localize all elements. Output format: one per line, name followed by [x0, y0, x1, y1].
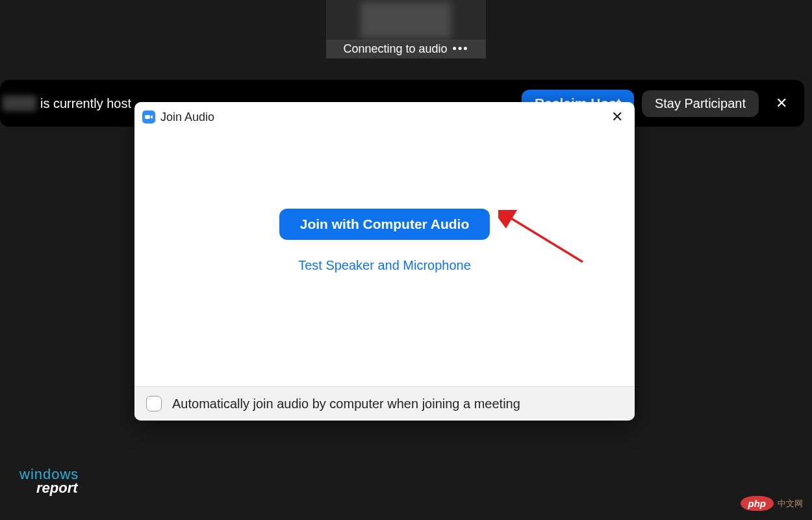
- auto-join-audio-checkbox[interactable]: [146, 396, 162, 411]
- php-watermark: php 中文网: [741, 496, 804, 511]
- dialog-titlebar: Join Audio ✕: [134, 102, 635, 132]
- test-speaker-microphone-link[interactable]: Test Speaker and Microphone: [298, 258, 471, 273]
- video-tile: Connecting to audio •••: [326, 0, 486, 58]
- php-text: 中文网: [778, 498, 803, 510]
- dialog-footer: Automatically join audio by computer whe…: [134, 386, 635, 421]
- loading-dots-icon: •••: [453, 42, 469, 56]
- join-audio-dialog: Join Audio ✕ Join with Computer Audio Te…: [134, 102, 635, 421]
- connecting-audio-status: Connecting to audio •••: [326, 40, 486, 58]
- dialog-body: Join with Computer Audio Test Speaker an…: [134, 132, 635, 386]
- php-badge: php: [741, 496, 774, 511]
- dialog-title: Join Audio: [160, 110, 602, 124]
- join-with-computer-audio-button[interactable]: Join with Computer Audio: [279, 209, 490, 240]
- dialog-close-icon[interactable]: ✕: [607, 107, 627, 127]
- red-arrow-annotation-icon: [498, 210, 589, 268]
- svg-line-1: [508, 216, 583, 262]
- windows-report-watermark: windows report: [19, 468, 79, 495]
- username-blurred: [3, 96, 36, 111]
- status-text: Connecting to audio: [343, 42, 447, 56]
- watermark-line2: report: [19, 482, 79, 495]
- close-icon[interactable]: ✕: [770, 92, 793, 114]
- stay-participant-button[interactable]: Stay Participant: [642, 90, 759, 117]
- zoom-app-icon: [142, 110, 155, 124]
- auto-join-audio-label: Automatically join audio by computer whe…: [172, 396, 520, 411]
- svg-rect-0: [145, 115, 150, 119]
- video-thumbnail-blurred: [361, 2, 451, 38]
